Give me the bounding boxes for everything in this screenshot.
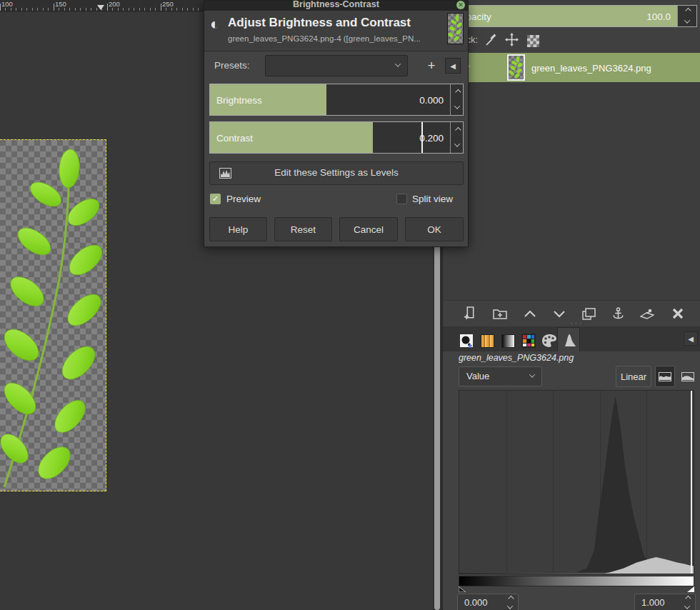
contrast-label: Contrast [216, 132, 253, 143]
chevron-down-icon [395, 61, 401, 66]
range-high-spinner[interactable]: 1.000 [634, 594, 696, 610]
brightness-contrast-icon: ◐ [210, 16, 219, 32]
anchor-layer-icon[interactable] [610, 306, 626, 321]
range-high-increment-button[interactable] [679, 594, 695, 603]
range-low-value: 0.000 [458, 594, 502, 610]
range-high-handle[interactable] [686, 586, 694, 592]
dialog-title: Brightness-Contrast [204, 0, 468, 9]
histogram-filename: green_leaves_PNG3624.png [459, 353, 574, 363]
layer-name: green_leaves_PNG3624.png [531, 62, 651, 73]
presets-label: Presets: [214, 60, 250, 71]
histogram-panel: green_leaves_PNG3624.png Value Linear [443, 351, 700, 610]
edit-as-levels-button[interactable]: Edit these Settings as Levels [209, 161, 464, 185]
lock-pixels-icon[interactable] [484, 31, 499, 47]
add-preset-button[interactable]: + [422, 56, 441, 75]
histogram-plot[interactable] [459, 390, 694, 574]
cancel-button[interactable]: Cancel [339, 217, 398, 241]
range-low-decrement-button[interactable] [502, 603, 518, 610]
histogram-linear-mode-button[interactable] [655, 366, 675, 387]
tab-histogram[interactable] [557, 327, 580, 351]
dialog-layer-thumbnail [447, 13, 464, 44]
raise-layer-icon[interactable] [522, 306, 538, 321]
new-layer-group-icon[interactable] [492, 306, 508, 321]
preview-checkbox[interactable]: ✓ [210, 194, 221, 204]
delete-layer-icon[interactable] [670, 306, 686, 321]
ruler-unit-label: 100 [0, 0, 13, 8]
layer-list-empty-area[interactable] [443, 82, 700, 300]
leaves-image [0, 140, 106, 491]
brightness-label: Brightness [216, 94, 262, 105]
brightness-increment-button[interactable] [451, 84, 463, 100]
tab-brushes[interactable] [456, 330, 476, 351]
new-layer-icon[interactable] [462, 306, 478, 321]
ok-button[interactable]: OK [405, 217, 464, 241]
opacity-decrement-button[interactable] [678, 16, 696, 27]
range-low-spinner[interactable]: 0.000 [457, 594, 519, 610]
histogram-right-edge-spike [691, 391, 692, 574]
lock-position-icon[interactable] [504, 31, 519, 47]
ruler-position-marker-icon [97, 5, 104, 10]
close-icon[interactable]: ✕ [456, 1, 465, 9]
histogram-range-gradient[interactable] [459, 576, 694, 586]
contrast-increment-button[interactable] [451, 122, 463, 138]
ruler-unit-label: 250 [161, 0, 174, 8]
linear-space-button[interactable]: Linear [616, 366, 651, 387]
reset-button[interactable]: Reset [274, 217, 332, 241]
contrast-value: 0.200 [419, 132, 444, 143]
split-view-checkbox[interactable] [396, 194, 407, 204]
histogram-curves [459, 391, 694, 574]
range-low-increment-button[interactable] [502, 594, 518, 603]
contrast-slider[interactable]: Contrast 0.200 [209, 121, 464, 154]
tab-paint-palette[interactable] [539, 330, 559, 351]
presets-combo[interactable] [265, 55, 408, 76]
brightness-contrast-dialog: Brightness-Contrast ✕ ◐ Adjust Brightnes… [204, 0, 469, 247]
layer-boundary[interactable] [0, 139, 106, 491]
brightness-slider[interactable]: Brightness 0.000 [209, 84, 464, 116]
channel-select[interactable]: Value [459, 366, 542, 386]
ruler-unit-label: 200 [107, 0, 120, 8]
layer-opacity-slider[interactable]: Opacity 100.0 [451, 5, 697, 27]
lower-layer-icon[interactable] [551, 306, 567, 321]
range-high-value: 1.000 [635, 594, 679, 610]
range-low-handle[interactable] [459, 586, 466, 592]
layer-thumbnail[interactable] [507, 54, 525, 81]
preview-label: Preview [226, 194, 261, 204]
split-view-label: Split view [412, 194, 453, 204]
help-button[interactable]: Help [209, 217, 267, 241]
layer-row[interactable]: › green_leaves_PNG3624.png [443, 53, 700, 82]
edit-as-levels-label: Edit these Settings as Levels [210, 167, 463, 178]
brightness-decrement-button[interactable] [451, 100, 463, 116]
lock-alpha-icon[interactable] [526, 33, 540, 49]
opacity-increment-button[interactable] [678, 6, 696, 16]
contrast-decrement-button[interactable] [451, 138, 463, 154]
restore-preset-button[interactable]: ◀ [445, 58, 461, 74]
dock-menu-button[interactable]: ◀ [684, 331, 698, 346]
chevron-down-icon [529, 371, 535, 377]
tab-patterns[interactable] [477, 330, 497, 351]
range-high-decrement-button[interactable] [679, 603, 695, 610]
ruler-unit-label: 150 [54, 0, 66, 8]
tab-gradients[interactable] [498, 330, 518, 351]
dialog-titlebar[interactable]: Brightness-Contrast ✕ [204, 1, 468, 11]
dialog-subtitle: green_leaves_PNG3624.png-4 ([green_leave… [228, 34, 421, 43]
histogram-log-mode-button[interactable] [678, 366, 698, 387]
dialog-heading: Adjust Brightness and Contrast [228, 16, 411, 30]
merge-layer-icon[interactable] [639, 306, 655, 321]
dialog-header: ◐ Adjust Brightness and Contrast green_l… [204, 11, 468, 51]
tab-palettes[interactable] [519, 330, 539, 351]
brightness-value: 0.000 [419, 94, 444, 105]
opacity-value: 100.0 [646, 11, 671, 21]
channel-selected-value: Value [466, 371, 489, 381]
